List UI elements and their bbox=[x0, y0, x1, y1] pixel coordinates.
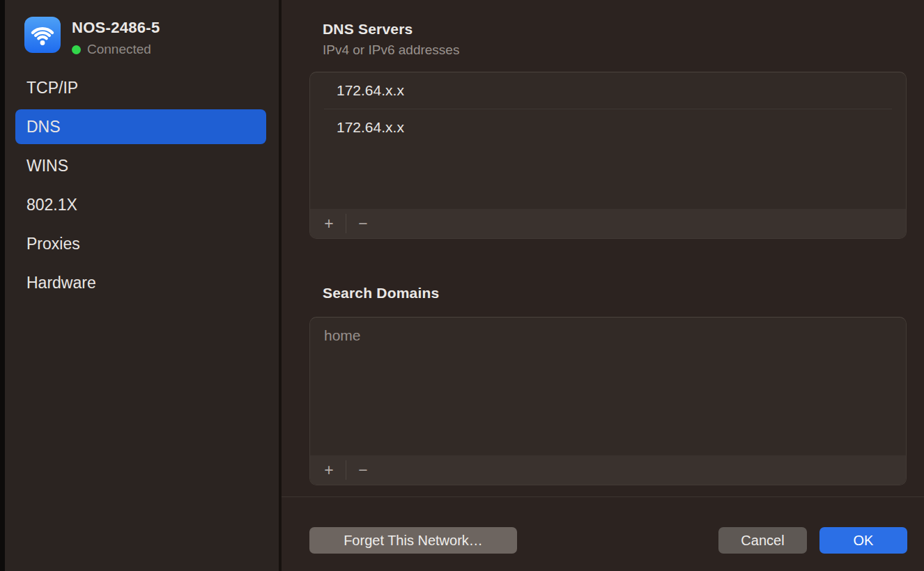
sidebar-item-8021x[interactable]: 802.1X bbox=[15, 187, 266, 222]
add-search-domain-button[interactable]: + bbox=[317, 460, 341, 480]
add-dns-server-button[interactable]: + bbox=[317, 213, 341, 234]
dns-server-row[interactable]: 172.64.x.x bbox=[310, 72, 906, 109]
dns-servers-title: DNS Servers bbox=[323, 21, 413, 38]
search-domains-title: Search Domains bbox=[323, 285, 439, 302]
sidebar-item-tcpip[interactable]: TCP/IP bbox=[15, 70, 266, 105]
dns-settings-panel: DNS Servers IPv4 or IPv6 addresses 172.6… bbox=[282, 0, 924, 571]
search-domains-list-toolbar: + − bbox=[310, 455, 906, 485]
network-status: Connected bbox=[72, 42, 160, 57]
dns-server-row[interactable]: 172.64.x.x bbox=[310, 109, 906, 146]
footer-divider bbox=[282, 496, 924, 497]
sidebar-item-dns[interactable]: DNS bbox=[15, 109, 266, 144]
remove-search-domain-button[interactable]: − bbox=[351, 460, 375, 480]
search-domains-listbox: home + − bbox=[309, 317, 907, 485]
plus-icon: + bbox=[324, 216, 333, 232]
sidebar-item-proxies[interactable]: Proxies bbox=[15, 226, 266, 261]
forget-network-button[interactable]: Forget This Network… bbox=[309, 527, 517, 554]
status-label: Connected bbox=[87, 42, 151, 57]
network-header: NOS-2486-5 Connected bbox=[24, 17, 160, 57]
minus-icon: − bbox=[358, 462, 367, 478]
wifi-icon bbox=[24, 17, 61, 53]
minus-icon: − bbox=[358, 216, 367, 232]
status-dot-icon bbox=[72, 45, 81, 54]
desktop-edge bbox=[0, 0, 5, 571]
sidebar-item-wins[interactable]: WINS bbox=[15, 148, 266, 183]
remove-dns-server-button[interactable]: − bbox=[351, 213, 375, 234]
toolbar-separator bbox=[346, 460, 346, 480]
ok-button[interactable]: OK bbox=[819, 527, 907, 554]
sidebar: NOS-2486-5 Connected TCP/IP DNS WINS 802… bbox=[5, 0, 279, 571]
sidebar-nav: TCP/IP DNS WINS 802.1X Proxies Hardware bbox=[15, 70, 266, 304]
dns-servers-listbox: 172.64.x.x 172.64.x.x + − bbox=[309, 72, 907, 239]
toolbar-separator bbox=[346, 214, 346, 233]
dns-servers-list-toolbar: + − bbox=[310, 209, 906, 238]
plus-icon: + bbox=[324, 462, 333, 478]
dns-servers-subtitle: IPv4 or IPv6 addresses bbox=[323, 42, 459, 58]
search-domain-row[interactable]: home bbox=[310, 318, 906, 354]
sidebar-item-hardware[interactable]: Hardware bbox=[15, 265, 266, 300]
cancel-button[interactable]: Cancel bbox=[718, 527, 807, 554]
network-name: NOS-2486-5 bbox=[72, 19, 160, 37]
